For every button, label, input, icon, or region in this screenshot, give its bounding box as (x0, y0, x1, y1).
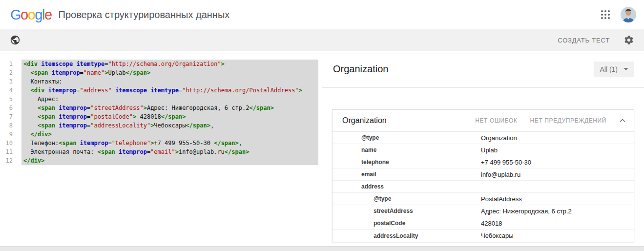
code-line: <span itemprop="name">Uplab</span> (21, 68, 318, 77)
results-pane: Organization All (1) Organization НЕТ ОШ… (322, 51, 644, 246)
code-token-tag: <span (38, 113, 59, 120)
code-token-text: , (239, 140, 242, 146)
page-title: Проверка структурированных данных (59, 9, 230, 21)
code-token-tag: </span> (249, 105, 274, 111)
google-logo[interactable]: Google (10, 8, 52, 22)
code-line: Электронная почта: <span itemprop="email… (21, 147, 318, 156)
line-number: 5 (0, 95, 13, 104)
code-token-text: Адрес: (23, 96, 59, 103)
code-token-string: "address" (80, 87, 112, 94)
code-token-tag: </div> (30, 131, 51, 138)
code-token-tag: <span (38, 105, 59, 111)
code-token-attribute: itemprop (48, 87, 77, 94)
code-line: </div> (21, 156, 318, 165)
code-token-text (23, 122, 38, 129)
property-row[interactable]: emailinfo@uplab.ru (332, 168, 634, 181)
property-key: streetAddress (332, 208, 481, 214)
code-line: <div itemprop="address" itemscope itemty… (21, 86, 318, 95)
property-key: addressLocality (332, 232, 481, 239)
code-token-tag: </div> (23, 157, 44, 164)
google-logo-letter: G (10, 7, 21, 22)
code-token-text: = (80, 69, 83, 76)
code-token-text: , (210, 122, 214, 129)
property-value: Адрес: Нижегородская, 6 стр.2 (481, 208, 572, 215)
google-logo-letter: e (44, 7, 52, 22)
code-token-text (23, 87, 30, 94)
result-card-badges: НЕТ ОШИБОК НЕТ ПРЕДУПРЕЖДЕНИЙ (475, 117, 626, 124)
results-filter-label: All (1) (600, 65, 618, 73)
code-token-text: info@uplab.ru (179, 148, 225, 155)
code-token-text: Uplab (108, 69, 125, 76)
result-card-title: Organization (342, 116, 387, 125)
code-token-string: "telephone" (112, 140, 150, 146)
no-warnings-badge: НЕТ ПРЕДУПРЕЖДЕНИЙ (530, 117, 606, 124)
top-header: Google Проверка структурированных данных (0, 0, 644, 29)
code-area: <div itemscope itemtype="http://schema.o… (21, 60, 318, 246)
code-token-attribute: itemprop (59, 113, 87, 120)
property-row[interactable]: telephone+7 499 955-50-30 (332, 156, 634, 168)
property-row[interactable]: addressLocalityЧебоксары (332, 230, 634, 242)
results-filter-dropdown[interactable]: All (1) (594, 62, 634, 77)
create-test-button[interactable]: СОЗДАТЬ ТЕСТ (558, 37, 610, 44)
avatar[interactable] (621, 7, 636, 22)
line-number: 11 (0, 147, 13, 156)
code-token-tag: <div (30, 87, 48, 94)
property-value: Uplab (481, 146, 498, 154)
property-key: telephone (332, 159, 481, 166)
property-key: name (332, 146, 481, 153)
header-actions (601, 7, 636, 22)
code-token-tag: <span (30, 69, 51, 76)
line-number: 4 (0, 86, 13, 95)
app-window: Google Проверка структурированных данных (0, 0, 644, 251)
code-token-tag: <span (38, 122, 59, 129)
property-row[interactable]: address (332, 181, 634, 193)
code-token-tag: > (221, 61, 225, 67)
code-token-tag: <span (59, 140, 80, 146)
result-card: Organization НЕТ ОШИБОК НЕТ ПРЕДУПРЕЖДЕН… (332, 109, 634, 242)
line-number: 6 (0, 104, 13, 112)
code-token-tag: </span> (225, 148, 249, 155)
code-line: <span itemprop="streetAddress">Адрес: Ни… (21, 104, 318, 112)
line-number: 8 (0, 121, 13, 130)
code-token-string: "postalCode" (90, 113, 133, 120)
code-token-attribute: itemprop (52, 69, 80, 76)
code-token-text (112, 87, 115, 94)
code-line: <span itemprop="postalCode"> 428018</spa… (21, 112, 318, 121)
code-editor[interactable]: 123456789101112 <div itemscope itemtype=… (0, 51, 322, 246)
property-value: info@uplab.ru (481, 171, 520, 178)
property-row[interactable]: @typeOrganization (332, 132, 634, 144)
property-row[interactable]: nameUplab (332, 144, 634, 156)
code-token-attribute: itemscope (41, 61, 73, 67)
settings-gear-icon[interactable] (623, 35, 634, 45)
code-token-tag: > (144, 105, 147, 111)
code-token-tag: <div (23, 61, 41, 67)
property-row[interactable]: streetAddressАдрес: Нижегородская, 6 стр… (332, 205, 634, 217)
code-token-attribute: itemprop (59, 122, 87, 129)
property-key: @type (332, 195, 481, 202)
chevron-up-icon[interactable] (619, 117, 626, 124)
code-token-text: Адрес: Нижегородская, 6 стр.2 (147, 105, 249, 111)
property-key: @type (332, 134, 481, 141)
apps-grid-icon[interactable] (601, 10, 610, 19)
code-token-text (23, 69, 30, 76)
code-line: <div itemscope itemtype="http://schema.o… (21, 60, 318, 68)
code-token-attribute: itemprop (119, 148, 147, 155)
property-table: @typeOrganizationnameUplabtelephone+7 49… (332, 132, 634, 242)
google-logo-letter: g (35, 7, 42, 22)
result-card-header[interactable]: Organization НЕТ ОШИБОК НЕТ ПРЕДУПРЕЖДЕН… (332, 110, 634, 132)
results-type-title: Organization (333, 63, 388, 75)
code-token-attribute: itemprop (80, 140, 108, 146)
property-row[interactable]: postalCode428018 (332, 217, 634, 230)
code-token-tag: </span> (186, 122, 210, 129)
code-token-text: Контакты: (23, 78, 62, 85)
property-key: email (332, 171, 481, 178)
code-line: Телефон:<span itemprop="telephone">+7 49… (21, 139, 318, 147)
property-value: Organization (481, 134, 517, 142)
code-token-tag: <span (98, 148, 119, 155)
property-value: +7 499 955-50-30 (481, 159, 531, 166)
code-token-tag: > (175, 148, 179, 155)
toolbar: СОЗДАТЬ ТЕСТ (0, 29, 644, 51)
code-token-tag: > (299, 87, 302, 94)
line-number: 2 (0, 68, 13, 77)
property-row[interactable]: @typePostalAddress (332, 193, 634, 205)
